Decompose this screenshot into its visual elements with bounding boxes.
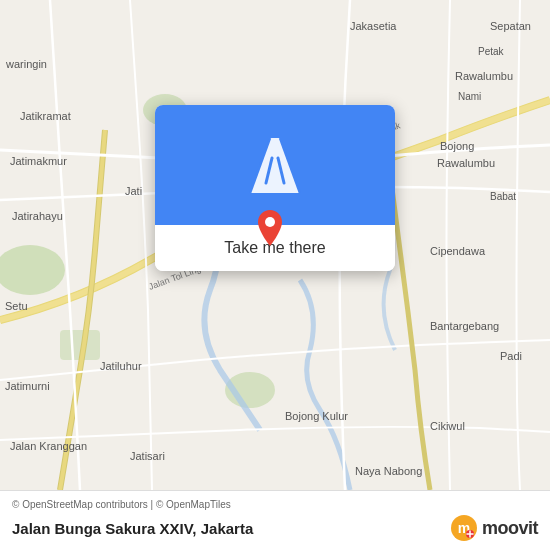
svg-text:Bojong: Bojong: [440, 140, 474, 152]
svg-text:Petak: Petak: [478, 46, 505, 57]
bottom-bar: © OpenStreetMap contributors | © OpenMap…: [0, 490, 550, 550]
map-view[interactable]: Sepatan Petak Rawalumbu Nami Bojong Rawa…: [0, 0, 550, 490]
card-preview: [155, 105, 395, 225]
location-row: Jalan Bunga Sakura XXIV, Jakarta m moovi…: [12, 514, 538, 542]
moovit-brand-text: moovit: [482, 518, 538, 539]
svg-text:Jatirahayu: Jatirahayu: [12, 210, 63, 222]
moovit-logo: m moovit: [450, 514, 538, 542]
svg-text:Jati: Jati: [125, 185, 142, 197]
svg-text:Jatisari: Jatisari: [130, 450, 165, 462]
svg-text:Jalan Kranggan: Jalan Kranggan: [10, 440, 87, 452]
svg-text:Rawalumbu: Rawalumbu: [437, 157, 495, 169]
svg-text:waringin: waringin: [5, 58, 47, 70]
svg-text:Babat: Babat: [490, 191, 516, 202]
svg-text:Jatikramat: Jatikramat: [20, 110, 71, 122]
svg-text:Sepatan: Sepatan: [490, 20, 531, 32]
svg-text:Setu: Setu: [5, 300, 28, 312]
svg-text:Rawalumbu: Rawalumbu: [455, 70, 513, 82]
svg-text:Cipendawa: Cipendawa: [430, 245, 486, 257]
svg-text:Jatiluhur: Jatiluhur: [100, 360, 142, 372]
svg-text:Nami: Nami: [458, 91, 481, 102]
svg-point-31: [265, 217, 275, 227]
svg-text:Padi: Padi: [500, 350, 522, 362]
attribution: © OpenStreetMap contributors | © OpenMap…: [12, 499, 538, 510]
svg-text:Jatimurni: Jatimurni: [5, 380, 50, 392]
map-pin: [258, 210, 282, 250]
svg-text:Naya Nabong: Naya Nabong: [355, 465, 422, 477]
road-icon: [240, 128, 310, 202]
svg-text:Cikiwul: Cikiwul: [430, 420, 465, 432]
moovit-icon: m: [450, 514, 478, 542]
svg-text:Bantargebang: Bantargebang: [430, 320, 499, 332]
location-name: Jalan Bunga Sakura XXIV, Jakarta: [12, 520, 253, 537]
svg-text:Jakasetia: Jakasetia: [350, 20, 397, 32]
svg-text:Jatimakmur: Jatimakmur: [10, 155, 67, 167]
svg-text:Bojong Kulur: Bojong Kulur: [285, 410, 348, 422]
